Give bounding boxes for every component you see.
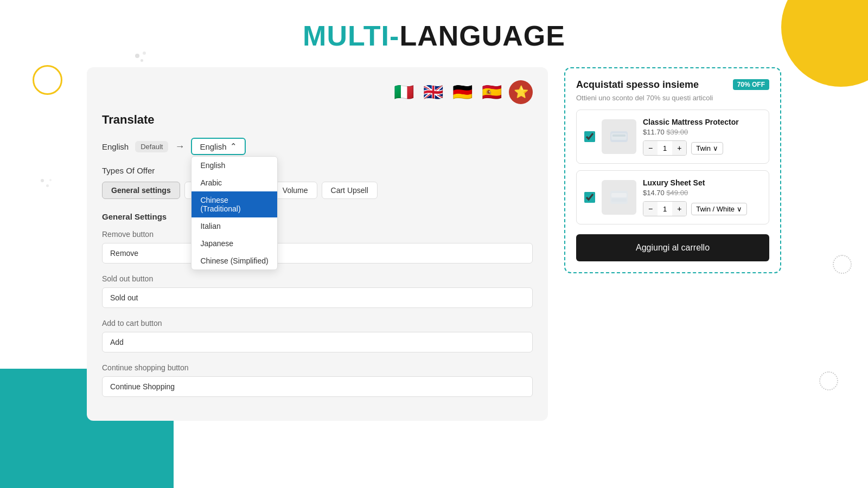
variant-chevron-icon: ∨ (713, 144, 718, 152)
product-2-qty-control: − 1 + (643, 201, 687, 216)
product-2-variant-select[interactable]: Twin / White ∨ (691, 203, 747, 215)
product-2-qty-plus[interactable]: + (672, 202, 686, 216)
translate-heading: Translate (102, 113, 533, 127)
target-lang-container: English ⌃ English Arabic Chinese (Tradit… (191, 138, 245, 155)
product-item-2: Luxury Sheet Set $14.70 $49.00 − 1 + Twi… (576, 170, 769, 224)
dropdown-item-japanese[interactable]: Japanese (192, 235, 277, 252)
deco-dot-cluster-top (133, 52, 149, 68)
dropdown-item-arabic[interactable]: Arabic (192, 174, 277, 191)
product-1-name: Classic Mattress Protector (643, 118, 761, 126)
content-area: 🇮🇹 🇬🇧 🇩🇪 🇪🇸 ⭐ Translate English Default … (0, 67, 868, 421)
add-to-cart-button-input[interactable] (102, 332, 533, 352)
svg-rect-5 (611, 198, 627, 202)
discount-badge: 70% OFF (733, 79, 769, 90)
card-header: Acquistati spesso insieme 70% OFF (576, 79, 769, 91)
tabs-row: General settings Cross Bundle Volume Car… (102, 182, 533, 199)
dropdown-item-italian[interactable]: Italian (192, 217, 277, 235)
sold-out-button-label: Sold out button (102, 274, 533, 283)
product-2-details: Luxury Sheet Set $14.70 $49.00 − 1 + Twi… (643, 178, 761, 216)
types-of-offer-group: Types Of Offer General settings Cross Bu… (102, 166, 533, 199)
product-2-name: Luxury Sheet Set (643, 178, 761, 187)
remove-button-group: Remove button (102, 230, 533, 264)
target-language-select[interactable]: English ⌃ (191, 138, 245, 155)
continue-shopping-input[interactable] (102, 376, 533, 397)
translate-panel: 🇮🇹 🇬🇧 🇩🇪 🇪🇸 ⭐ Translate English Default … (87, 67, 548, 421)
product-2-qty-minus[interactable]: − (643, 202, 658, 216)
remove-button-input[interactable] (102, 243, 533, 264)
continue-shopping-group: Continue shopping button (102, 363, 533, 397)
flag-uk[interactable]: 🇬🇧 (421, 80, 445, 104)
default-badge: Default (135, 141, 168, 152)
product-2-image (602, 180, 636, 215)
tab-general-settings[interactable]: General settings (102, 182, 180, 199)
product-1-qty-plus[interactable]: + (672, 141, 686, 155)
svg-rect-4 (611, 193, 627, 197)
svg-rect-2 (612, 134, 626, 137)
preview-panel: Acquistati spesso insieme 70% OFF Ottien… (564, 67, 781, 421)
product-1-variant-select[interactable]: Twin ∨ (691, 142, 723, 155)
types-of-offer-label: Types Of Offer (102, 166, 533, 175)
product-1-controls: − 1 + Twin ∨ (643, 140, 761, 156)
general-settings-title: General Settings (102, 212, 533, 221)
product-1-qty-control: − 1 + (643, 140, 687, 156)
page-title: MULTI-LANGUAGE (0, 0, 868, 67)
flag-italian[interactable]: 🇮🇹 (392, 80, 416, 104)
tab-volume[interactable]: Volume (273, 182, 317, 199)
product-2-qty-value: 1 (658, 205, 672, 213)
sold-out-button-input[interactable] (102, 287, 533, 308)
add-to-cart-button-label: Add to cart button (102, 319, 533, 328)
dropdown-item-chinese-simp[interactable]: Chinese (Simplified) (192, 252, 277, 269)
add-to-cart-button[interactable]: Aggiungi al carrello (576, 234, 769, 261)
card-subtitle: Ottieni uno sconto del 70% su questi art… (576, 94, 769, 102)
product-item-1: Classic Mattress Protector $11.70 $39.00… (576, 110, 769, 164)
language-dropdown: English Arabic Chinese (Traditional) Ita… (191, 156, 278, 270)
product-1-image (602, 119, 636, 154)
dropdown-item-english[interactable]: English (192, 157, 277, 174)
arrow-icon: → (175, 141, 184, 152)
flag-star[interactable]: ⭐ (509, 80, 533, 104)
flag-spanish[interactable]: 🇪🇸 (480, 80, 503, 104)
tab-cart-upsell[interactable]: Cart Upsell (322, 182, 378, 199)
dropdown-item-chinese-trad[interactable]: Chinese (Traditional) (192, 191, 277, 217)
source-language-label: English (102, 142, 129, 151)
product-1-details: Classic Mattress Protector $11.70 $39.00… (643, 118, 761, 156)
continue-shopping-label: Continue shopping button (102, 363, 533, 372)
flag-german[interactable]: 🇩🇪 (450, 80, 474, 104)
product-1-checkbox[interactable] (584, 131, 595, 142)
chevron-icon: ⌃ (230, 142, 237, 151)
title-accent: MULTI- (303, 20, 399, 52)
flags-row: 🇮🇹 🇬🇧 🇩🇪 🇪🇸 ⭐ (102, 80, 533, 104)
product-2-controls: − 1 + Twin / White ∨ (643, 201, 761, 216)
translate-header: English Default → English ⌃ English Arab… (102, 138, 533, 155)
target-lang-label: English (200, 142, 226, 151)
product-card: Acquistati spesso insieme 70% OFF Ottien… (564, 67, 781, 273)
sold-out-button-group: Sold out button (102, 274, 533, 308)
product-2-prices: $14.70 $49.00 (643, 189, 761, 197)
add-to-cart-button-group: Add to cart button (102, 319, 533, 352)
variant2-chevron-icon: ∨ (737, 205, 742, 213)
product-1-qty-value: 1 (658, 144, 672, 152)
remove-button-label: Remove button (102, 230, 533, 239)
product-2-checkbox[interactable] (584, 192, 595, 203)
product-1-qty-minus[interactable]: − (643, 141, 658, 155)
card-title: Acquistati spesso insieme (576, 79, 699, 91)
product-1-prices: $11.70 $39.00 (643, 128, 761, 136)
title-rest: LANGUAGE (399, 20, 565, 52)
